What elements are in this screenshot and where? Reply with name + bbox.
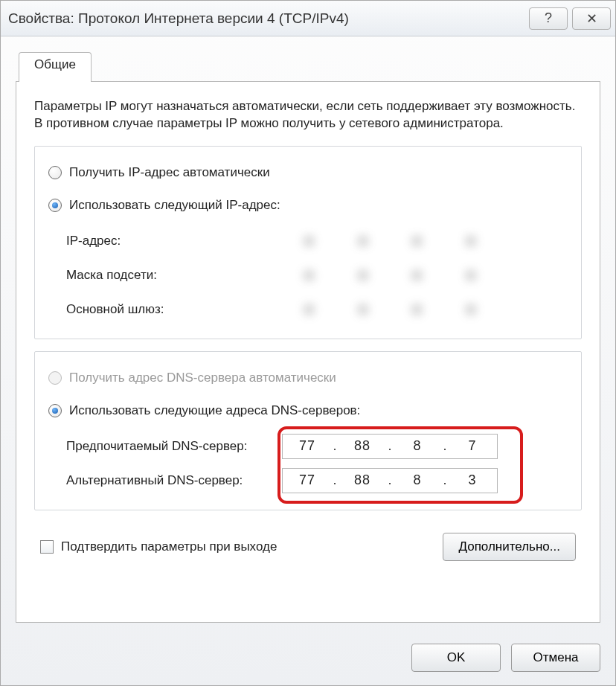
field-row-ip: IP-адрес: ■■■■ [66,225,568,257]
cancel-button[interactable]: Отмена [511,644,600,672]
ip-octet[interactable]: 8 [393,438,442,454]
field-row-dns-alternate: Альтернативный DNS-сервер: 77 . 88 . 8 .… [66,465,568,496]
radio-ip-auto[interactable] [48,166,62,179]
advanced-button[interactable]: Дополнительно... [443,533,576,561]
tabpanel-general: Параметры IP могут назначаться автоматич… [16,81,600,623]
validate-checkbox[interactable] [40,540,54,554]
radio-dns-manual[interactable] [48,404,62,417]
field-row-mask: Маска подсети: ■■■■ [66,260,568,291]
label-gateway: Основной шлюз: [66,302,282,317]
radio-dns-manual-label: Использовать следующие адреса DNS-сервер… [69,403,360,418]
label-ip-address: IP-адрес: [66,234,282,249]
gateway-input[interactable]: ■■■■ [282,297,498,322]
radio-row-dns-manual[interactable]: Использовать следующие адреса DNS-сервер… [48,398,568,423]
ip-octet[interactable]: 3 [448,472,497,488]
titlebar: Свойства: Протокол Интернета версии 4 (T… [1,1,615,36]
cancel-button-label: Отмена [533,650,579,665]
advanced-button-label: Дополнительно... [458,539,560,554]
tabstrip: Общие [16,51,600,81]
ip-dot-icon: . [332,472,338,488]
close-button[interactable]: ✕ [572,7,611,30]
help-icon: ? [545,10,552,26]
radio-ip-manual[interactable] [48,199,62,212]
ip-octet[interactable]: 7 [448,438,497,454]
field-row-dns-preferred: Предпочитаемый DNS-сервер: 77 . 88 . 8 .… [66,431,568,462]
radio-row-ip-manual[interactable]: Использовать следующий IP-адрес: [48,193,568,218]
tab-general[interactable]: Общие [19,52,92,82]
validate-checkbox-label: Подтвердить параметры при выходе [61,539,443,554]
ip-dot-icon: . [332,438,338,454]
ip-octet[interactable]: 88 [338,472,387,488]
radio-dns-auto-label: Получить адрес DNS-сервера автоматически [69,371,336,385]
ok-button-label: OK [447,650,466,665]
window-title: Свойства: Протокол Интернета версии 4 (T… [8,10,524,27]
label-subnet-mask: Маска подсети: [66,268,282,283]
bottom-options: Подтвердить параметры при выходе Дополни… [34,522,582,561]
ip-octet[interactable]: 8 [393,472,442,488]
field-row-gateway: Основной шлюз: ■■■■ [66,294,568,325]
ip-address-input[interactable]: ■■■■ [282,228,498,254]
radio-dot-icon [52,408,58,414]
dns-alternate-input[interactable]: 77 . 88 . 8 . 3 [282,468,498,493]
ip-octet[interactable]: 77 [283,438,332,454]
subnet-mask-input[interactable]: ■■■■ [282,263,498,288]
radio-dns-auto [48,371,62,385]
radio-row-ip-auto[interactable]: Получить IP-адрес автоматически [48,160,568,185]
ip-group: Получить IP-адрес автоматически Использо… [34,146,582,339]
description-text: Параметры IP могут назначаться автоматич… [34,98,582,132]
ip-dot-icon: . [387,438,393,454]
ip-dot-icon: . [442,438,448,454]
client-area: Общие Параметры IP могут назначаться авт… [1,36,615,633]
ok-button[interactable]: OK [411,644,501,672]
help-button[interactable]: ? [529,7,568,30]
label-dns-preferred: Предпочитаемый DNS-сервер: [66,439,282,454]
radio-ip-auto-label: Получить IP-адрес автоматически [69,165,270,180]
close-icon: ✕ [586,10,597,27]
dns-preferred-input[interactable]: 77 . 88 . 8 . 7 [282,434,498,459]
label-dns-alternate: Альтернативный DNS-сервер: [66,473,282,488]
radio-row-dns-auto: Получить адрес DNS-сервера автоматически [48,365,568,391]
ip-dot-icon: . [387,472,393,488]
radio-ip-manual-label: Использовать следующий IP-адрес: [69,198,280,213]
properties-dialog: Свойства: Протокол Интернета версии 4 (T… [0,0,616,686]
dialog-footer: OK Отмена [1,633,615,685]
radio-dot-icon [52,202,58,208]
ip-dot-icon: . [442,472,448,488]
ip-octet[interactable]: 88 [338,438,387,454]
ip-octet[interactable]: 77 [283,472,332,488]
dns-group: Получить адрес DNS-сервера автоматически… [34,351,582,510]
tab-general-label: Общие [34,57,76,71]
